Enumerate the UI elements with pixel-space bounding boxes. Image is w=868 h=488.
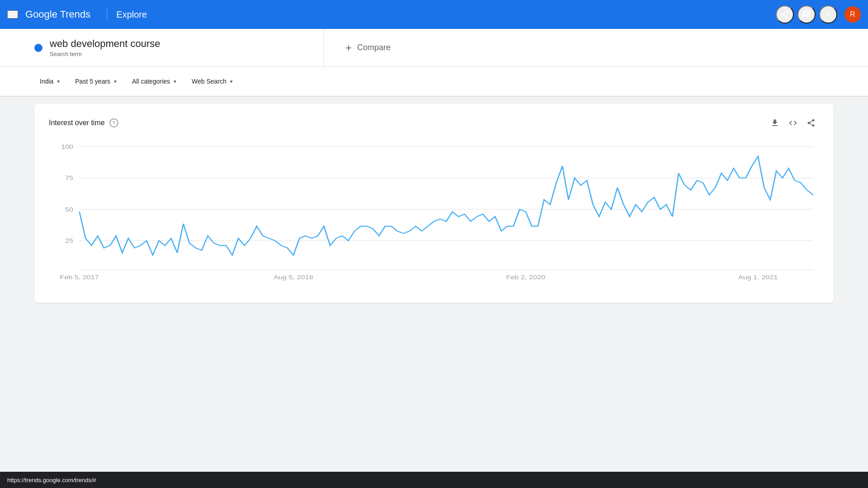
- search-term-label: Search term: [50, 51, 160, 57]
- chart-actions: [767, 115, 819, 131]
- chart-header: Interest over time ?: [49, 115, 819, 131]
- region-chevron-icon: ▼: [56, 79, 61, 84]
- bottom-bar: https://trends.google.com/trends/#: [0, 472, 868, 488]
- status-url: https://trends.google.com/trends/#: [7, 477, 96, 483]
- search-term-info: web development course Search term: [50, 38, 160, 57]
- chart-section: Interest over time ?: [34, 104, 834, 303]
- explore-label: Explore: [116, 9, 147, 20]
- chart-title-area: Interest over time ?: [49, 118, 118, 127]
- svg-text:Feb 5, 2017: Feb 5, 2017: [60, 274, 99, 281]
- share-chart-button[interactable]: [803, 115, 819, 131]
- region-filter-label: India: [40, 78, 53, 85]
- apps-icon: [824, 10, 833, 19]
- svg-text:75: 75: [65, 175, 73, 181]
- compare-plus-icon: +: [345, 42, 352, 54]
- chart-help-icon[interactable]: ?: [109, 118, 118, 127]
- app-header: Google Trends Explore R: [0, 0, 868, 29]
- share-button[interactable]: [776, 5, 794, 23]
- region-filter[interactable]: India ▼: [34, 74, 66, 89]
- search-area: web development course Search term + Com…: [0, 29, 868, 67]
- chart-container: 100 75 50 25 Feb 5, 2017 Aug 5, 2018 Feb…: [49, 142, 819, 288]
- app-logo: Google Trends: [25, 9, 90, 20]
- svg-text:Feb 2, 2020: Feb 2, 2020: [506, 274, 546, 281]
- user-avatar[interactable]: R: [844, 6, 861, 23]
- search-type-chevron-icon: ▼: [229, 79, 234, 84]
- header-divider: [107, 8, 107, 21]
- embed-button[interactable]: [785, 115, 801, 131]
- search-type-filter-label: Web Search: [192, 78, 226, 85]
- time-range-filter[interactable]: Past 5 years ▼: [70, 74, 123, 89]
- chart-title: Interest over time: [49, 119, 105, 127]
- compare-box[interactable]: + Compare: [324, 29, 412, 66]
- search-term-text: web development course: [50, 38, 160, 50]
- logo-text: Google Trends: [25, 9, 90, 20]
- menu-button[interactable]: [7, 10, 18, 19]
- filters-bar: India ▼ Past 5 years ▼ All categories ▼ …: [0, 67, 868, 97]
- svg-text:Aug 1, 2021: Aug 1, 2021: [738, 274, 778, 281]
- svg-text:100: 100: [61, 144, 73, 150]
- share-icon: [780, 10, 789, 19]
- time-range-filter-label: Past 5 years: [75, 78, 110, 85]
- category-filter[interactable]: All categories ▼: [127, 74, 183, 89]
- notification-icon: [802, 10, 811, 19]
- notifications-button[interactable]: [797, 5, 816, 23]
- main-content: web development course Search term + Com…: [0, 29, 868, 303]
- apps-button[interactable]: [819, 5, 837, 23]
- search-term-box: web development course Search term: [34, 29, 324, 66]
- svg-text:Aug 5, 2018: Aug 5, 2018: [274, 274, 313, 281]
- interest-chart: 100 75 50 25 Feb 5, 2017 Aug 5, 2018 Feb…: [49, 142, 819, 286]
- embed-icon: [788, 118, 797, 127]
- category-filter-label: All categories: [132, 78, 170, 85]
- time-range-chevron-icon: ▼: [113, 79, 118, 84]
- download-button[interactable]: [767, 115, 783, 131]
- svg-text:25: 25: [65, 238, 73, 244]
- svg-text:50: 50: [65, 206, 73, 212]
- download-icon: [770, 118, 779, 127]
- search-type-filter[interactable]: Web Search ▼: [186, 74, 239, 89]
- header-actions: R: [776, 5, 861, 23]
- share-chart-icon: [807, 118, 816, 127]
- search-term-dot: [34, 44, 42, 52]
- compare-label: Compare: [357, 43, 391, 52]
- category-chevron-icon: ▼: [173, 79, 177, 84]
